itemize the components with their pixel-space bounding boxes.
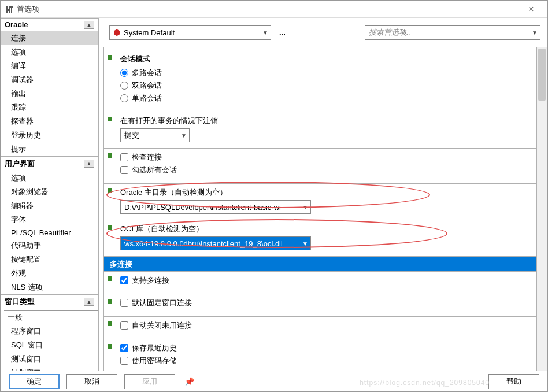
sidebar-item-hints[interactable]: 提示 <box>1 142 98 156</box>
watermark: https://blog.csdn.net/qq_209805040 <box>360 379 490 387</box>
section-oci-library: OCI 库（自动检测为空） ws.x64-19.8.0.0.0dbru\inst… <box>104 220 536 257</box>
sidebar-group-windowtypes[interactable]: 窗口类型 ▲ <box>1 294 98 309</box>
sidebar-item-beautifier[interactable]: PL/SQL Beautifier <box>1 227 98 239</box>
search-input[interactable]: 搜索首选项.. ▼ <box>365 25 540 40</box>
chevron-down-icon: ▼ <box>532 29 538 36</box>
app-icon <box>5 5 13 13</box>
chevron-down-icon: ▼ <box>262 29 268 36</box>
sidebar-item-connection[interactable]: 连接 <box>1 31 98 45</box>
check-auto-close[interactable]: 自动关闭未用连接 <box>120 320 531 331</box>
sidebar-item-ui-options[interactable]: 选项 <box>1 171 98 185</box>
titlebar: 首选项 × <box>1 1 547 18</box>
sidebar-item-options[interactable]: 选项 <box>1 45 98 59</box>
logoff-title: 在有打开的事务的情况下注销 <box>120 116 531 126</box>
sidebar-item-login-history[interactable]: 登录历史 <box>1 128 98 142</box>
bullet-icon <box>108 153 112 158</box>
section-session-mode: 会话模式 多路会话 双路会话 单路会话 <box>104 50 536 112</box>
radio-single-session[interactable]: 单路会话 <box>120 93 531 103</box>
apply-button[interactable]: 应用 <box>124 374 175 389</box>
check-use-password[interactable]: 使用密码存储 <box>120 356 531 366</box>
section-default-pin: 默认固定窗口连接 <box>104 294 536 317</box>
sidebar-group-label: 窗口类型 <box>5 297 35 307</box>
window-title: 首选项 <box>17 4 520 14</box>
logoff-combo[interactable]: 提交 ▼ <box>120 128 190 142</box>
bullet-icon <box>108 276 112 281</box>
sidebar-group-label: Oracle <box>5 20 28 29</box>
sidebar-item-object-browser[interactable]: 对象浏览器 <box>1 185 98 199</box>
chevron-down-icon: ▼ <box>302 204 308 210</box>
sidebar-item-test-window[interactable]: 测试窗口 <box>1 352 98 366</box>
check-support-multi[interactable]: 支持多连接 <box>120 275 531 286</box>
radio-dual-session[interactable]: 双路会话 <box>120 80 531 91</box>
svg-rect-3 <box>6 8 8 9</box>
cancel-button[interactable]: 取消 <box>66 374 117 389</box>
collapse-icon[interactable]: ▲ <box>84 21 94 29</box>
theme-select[interactable]: ⬢ System Default ▼ <box>109 25 271 40</box>
pin-icon[interactable]: 📌 <box>184 377 194 386</box>
sidebar-item-font[interactable]: 字体 <box>1 213 98 227</box>
chevron-down-icon: ▼ <box>302 241 308 247</box>
bullet-icon <box>108 225 112 230</box>
theme-icon: ⬢ <box>113 28 120 37</box>
sidebar-item-appearance[interactable]: 外观 <box>1 267 98 280</box>
bullet-icon <box>108 321 112 326</box>
bullet-icon <box>108 55 112 60</box>
main-area: Oracle ▲ 连接 选项 编译 调试器 输出 跟踪 探查器 登录历史 提示 … <box>1 18 547 372</box>
settings-panel: 会话模式 多路会话 双路会话 单路会话 在有打开的事务的情况下注销 提交 ▼ <box>103 47 547 372</box>
oci-title: OCI 库（自动检测为空） <box>120 224 531 234</box>
theme-browse-button[interactable]: ... <box>277 27 288 38</box>
ok-button[interactable]: 确定 <box>9 374 60 389</box>
footer: 确定 取消 应用 📌 帮助 https://blog.csdn.net/qq_2… <box>1 371 547 391</box>
top-toolbar: ⬢ System Default ▼ ... 搜索首选项.. ▼ <box>99 18 547 47</box>
session-mode-title: 会话模式 <box>120 54 531 64</box>
sidebar-group-label: 用户界面 <box>5 158 35 169</box>
sidebar-item-output[interactable]: 输出 <box>1 87 98 101</box>
sidebar-item-program-window[interactable]: 程序窗口 <box>1 324 98 338</box>
scrollbar-thumb[interactable] <box>538 49 546 101</box>
section-logoff: 在有打开的事务的情况下注销 提交 ▼ <box>104 112 536 149</box>
check-save-history[interactable]: 保存最近历史 <box>120 343 531 353</box>
oracle-home-title: Oracle 主目录（自动检测为空） <box>120 187 531 198</box>
sidebar-item-compile[interactable]: 编译 <box>1 59 98 73</box>
check-connection[interactable]: 检查连接 <box>120 152 531 162</box>
multi-connect-header: 多连接 <box>104 257 536 272</box>
oracle-home-combo[interactable]: D:\APP\PLSQLDeveloper\instantclient-basi… <box>120 200 311 214</box>
section-multi-support: 支持多连接 <box>104 271 536 294</box>
search-placeholder: 搜索首选项.. <box>369 27 410 38</box>
sidebar: Oracle ▲ 连接 选项 编译 调试器 输出 跟踪 探查器 登录历史 提示 … <box>1 18 99 372</box>
radio-multi-session[interactable]: 多路会话 <box>120 68 531 78</box>
sidebar-item-general[interactable]: 一般 <box>1 311 98 324</box>
svg-rect-5 <box>10 6 13 8</box>
close-button[interactable]: × <box>520 4 543 14</box>
content-area: ⬢ System Default ▼ ... 搜索首选项.. ▼ 会话模式 多路… <box>99 18 547 372</box>
theme-value: System Default <box>124 28 175 37</box>
check-default-pin[interactable]: 默认固定窗口连接 <box>120 298 531 308</box>
sidebar-item-debugger[interactable]: 调试器 <box>1 73 98 87</box>
bullet-icon <box>108 188 112 193</box>
section-oracle-home: Oracle 主目录（自动检测为空） D:\APP\PLSQLDeveloper… <box>104 183 536 220</box>
chevron-down-icon: ▼ <box>181 132 187 139</box>
svg-rect-4 <box>8 9 10 11</box>
sidebar-item-trace[interactable]: 跟踪 <box>1 101 98 114</box>
sidebar-item-code-assist[interactable]: 代码助手 <box>1 239 98 253</box>
sidebar-item-editor[interactable]: 编辑器 <box>1 199 98 213</box>
oci-combo[interactable]: ws.x64-19.8.0.0.0dbru\instantclient_19_8… <box>120 236 311 250</box>
bullet-icon <box>108 299 112 304</box>
section-save-history: 保存最近历史 使用密码存储 <box>104 339 536 371</box>
help-button[interactable]: 帮助 <box>488 374 539 389</box>
section-check-connection: 检查连接 勾选所有会话 <box>104 148 536 184</box>
collapse-icon[interactable]: ▲ <box>84 298 94 306</box>
sidebar-item-sql-window[interactable]: SQL 窗口 <box>1 338 98 352</box>
bullet-icon <box>108 344 112 349</box>
sidebar-item-nls[interactable]: NLS 选项 <box>1 280 98 294</box>
sidebar-item-profiler[interactable]: 探查器 <box>1 114 98 128</box>
collapse-icon[interactable]: ▲ <box>84 160 94 168</box>
section-auto-close: 自动关闭未用连接 <box>104 316 536 339</box>
sidebar-group-oracle[interactable]: Oracle ▲ <box>1 18 98 31</box>
check-all-sessions[interactable]: 勾选所有会话 <box>120 165 531 175</box>
vertical-scrollbar[interactable] <box>537 47 547 371</box>
bullet-icon <box>108 117 112 121</box>
sidebar-group-ui[interactable]: 用户界面 ▲ <box>1 156 98 171</box>
sidebar-item-keys[interactable]: 按键配置 <box>1 253 98 267</box>
